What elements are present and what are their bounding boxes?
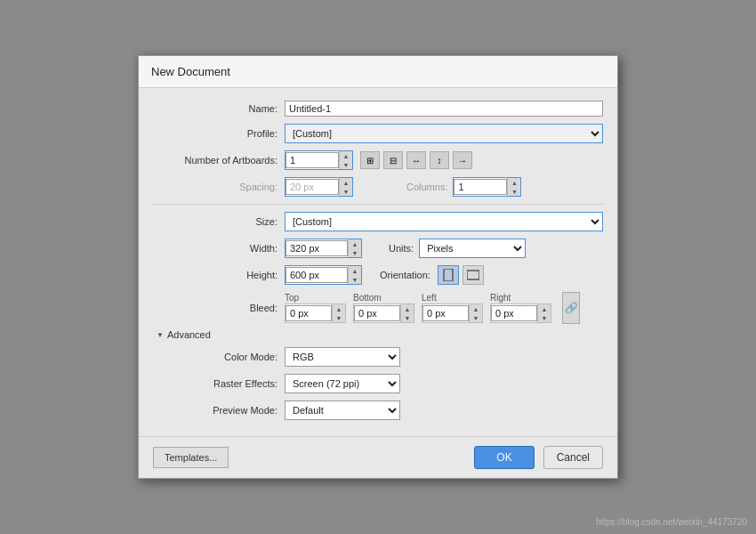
columns-label: Columns: — [406, 182, 447, 192]
bleed-left-spinner: ▲▼ — [422, 303, 483, 323]
portrait-btn[interactable] — [438, 265, 459, 285]
bleed-top-spinner: ▲▼ — [285, 303, 346, 323]
color-mode-select[interactable]: RGB CMYK Grayscale — [285, 347, 400, 367]
bleed-left-down[interactable]: ▼ — [470, 313, 482, 322]
artboards-row: Number of Artboards: ▲ ▼ ⊞ ⊟ ↔ ↕ → — [153, 150, 603, 170]
artboards-spinner: ▲ ▼ — [285, 150, 353, 170]
templates-button[interactable]: Templates... — [153, 447, 229, 468]
height-up-btn[interactable]: ▲ — [349, 266, 361, 275]
orientation-label: Orientation: — [380, 270, 430, 280]
cancel-button[interactable]: Cancel — [543, 446, 603, 469]
arrange-grid-btn[interactable]: ⊞ — [360, 151, 380, 169]
bleed-right-item: Right ▲▼ — [490, 293, 551, 323]
raster-effects-row: Raster Effects: Screen (72 ppi) Medium (… — [153, 374, 603, 393]
spacing-up-btn[interactable]: ▲ — [340, 178, 352, 187]
advanced-toggle[interactable]: ▼ Advanced — [157, 329, 603, 340]
bleed-link-btn[interactable]: 🔗 — [562, 292, 580, 324]
preview-mode-select[interactable]: Default Pixel Overprint — [285, 400, 400, 420]
bleed-right-input[interactable] — [491, 305, 537, 321]
units-label: Units: — [389, 243, 414, 254]
width-down-btn[interactable]: ▼ — [349, 248, 361, 257]
height-spinner-btns: ▲ ▼ — [348, 266, 361, 284]
color-mode-label: Color Mode: — [153, 352, 285, 362]
bleed-right-up[interactable]: ▲ — [538, 304, 551, 313]
bleed-bottom-up[interactable]: ▲ — [401, 304, 414, 313]
footer-right: OK Cancel — [474, 446, 603, 469]
width-spinner-btns: ▲ ▼ — [348, 239, 361, 257]
width-label: Width: — [153, 243, 285, 254]
bleed-left-up[interactable]: ▲ — [470, 304, 482, 313]
columns-up-btn[interactable]: ▲ — [508, 178, 520, 187]
advanced-triangle-icon: ▼ — [157, 331, 164, 339]
height-down-btn[interactable]: ▼ — [349, 275, 361, 284]
bleed-bottom-down[interactable]: ▼ — [401, 313, 414, 322]
color-mode-row: Color Mode: RGB CMYK Grayscale — [153, 347, 603, 367]
arrange-arrow-btn[interactable]: → — [453, 151, 472, 169]
dialog-footer: Templates... OK Cancel — [139, 436, 617, 478]
divider-1 — [153, 204, 603, 205]
spacing-spinner: ▲ ▼ — [285, 177, 353, 197]
new-document-dialog: New Document Name: Profile: [Custom] Pri… — [138, 55, 618, 479]
dialog-title: New Document — [151, 65, 230, 78]
dialog-titlebar: New Document — [139, 56, 617, 88]
svg-rect-0 — [444, 269, 453, 281]
bleed-left-input[interactable] — [422, 305, 469, 321]
artboards-label: Number of Artboards: — [153, 155, 285, 166]
bleed-bottom-spinner: ▲▼ — [353, 303, 414, 323]
advanced-label: Advanced — [167, 329, 211, 340]
spacing-spinner-btns: ▲ ▼ — [339, 178, 352, 196]
bleed-bottom-item: Bottom ▲▼ — [353, 293, 414, 323]
height-input[interactable] — [286, 267, 348, 283]
ok-button[interactable]: OK — [474, 446, 534, 469]
columns-down-btn[interactable]: ▼ — [508, 187, 520, 196]
arrange-left-btn[interactable]: ↔ — [406, 151, 426, 169]
bleed-section: Bleed: Top ▲▼ Bottom ▲▼ — [153, 292, 603, 324]
advanced-section: ▼ Advanced Color Mode: RGB CMYK Grayscal… — [153, 329, 603, 420]
bleed-left-item: Left ▲▼ — [422, 293, 483, 323]
units-select[interactable]: Pixels Points Inches Millimeters Centime… — [419, 239, 526, 258]
profile-label: Profile: — [153, 128, 285, 139]
profile-select[interactable]: [Custom] Print Web Mobile Video and Film — [285, 124, 603, 143]
bleed-top-up[interactable]: ▲ — [333, 304, 345, 313]
size-row: Size: [Custom] Letter A4 A3 — [153, 212, 603, 231]
height-spinner: ▲ ▼ — [285, 265, 362, 285]
bleed-bottom-label: Bottom — [353, 293, 414, 303]
bleed-row: Bleed: Top ▲▼ Bottom ▲▼ — [153, 292, 603, 324]
artboard-layout-controls: ⊞ ⊟ ↔ ↕ → — [360, 151, 472, 169]
raster-effects-select[interactable]: Screen (72 ppi) Medium (150 ppi) High (3… — [285, 374, 400, 393]
landscape-btn[interactable] — [462, 265, 484, 285]
watermark: https://blog.csdn.net/weixin_44173720 — [596, 517, 747, 527]
width-units-row: Width: ▲ ▼ Units: Pixels Points Inches M… — [153, 239, 603, 258]
spacing-input[interactable] — [286, 179, 339, 195]
bleed-top-label: Top — [285, 293, 346, 303]
svg-rect-1 — [467, 271, 479, 279]
name-row: Name: — [153, 101, 603, 117]
arrange-down-btn[interactable]: ↕ — [430, 151, 449, 169]
spacing-label: Spacing: — [153, 182, 285, 192]
artboards-up-btn[interactable]: ▲ — [340, 151, 352, 160]
height-orientation-row: Height: ▲ ▼ Orientation: — [153, 265, 603, 285]
bleed-right-down[interactable]: ▼ — [538, 313, 551, 322]
width-up-btn[interactable]: ▲ — [349, 239, 361, 248]
name-label: Name: — [153, 103, 285, 114]
bleed-top-item: Top ▲▼ — [285, 293, 346, 323]
bleed-top-down[interactable]: ▼ — [333, 313, 345, 322]
bleed-label: Bleed: — [153, 303, 285, 313]
bleed-top-input[interactable] — [286, 305, 332, 321]
name-input[interactable] — [285, 101, 603, 117]
bleed-bottom-input[interactable] — [354, 305, 400, 321]
width-spinner: ▲ ▼ — [285, 239, 362, 258]
spacing-down-btn[interactable]: ▼ — [340, 187, 352, 196]
columns-spinner-btns: ▲ ▼ — [507, 178, 520, 196]
columns-input[interactable] — [454, 179, 507, 195]
bleed-right-label: Right — [490, 293, 551, 303]
raster-effects-label: Raster Effects: — [153, 378, 285, 389]
width-input[interactable] — [286, 240, 348, 256]
size-select[interactable]: [Custom] Letter A4 A3 — [285, 212, 603, 231]
columns-spinner: ▲ ▼ — [453, 177, 521, 197]
bleed-right-spinner: ▲▼ — [490, 303, 551, 323]
artboards-input[interactable] — [286, 152, 339, 168]
arrange-col-btn[interactable]: ⊟ — [383, 151, 403, 169]
artboards-down-btn[interactable]: ▼ — [340, 160, 352, 169]
size-label: Size: — [153, 216, 285, 227]
